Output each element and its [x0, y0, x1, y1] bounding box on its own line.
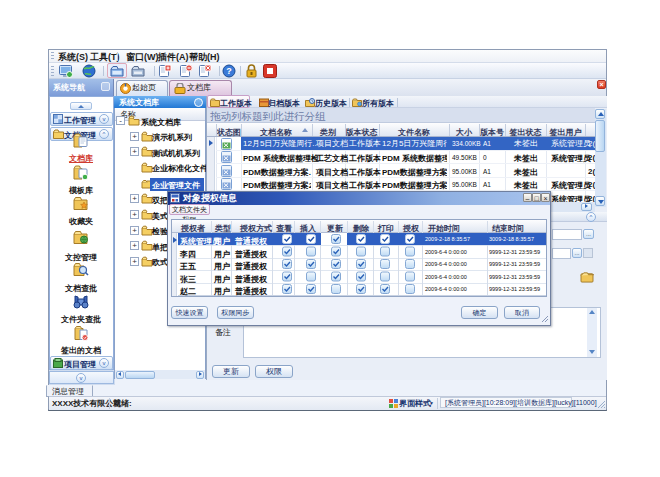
svg-text:?: ?	[226, 66, 232, 76]
